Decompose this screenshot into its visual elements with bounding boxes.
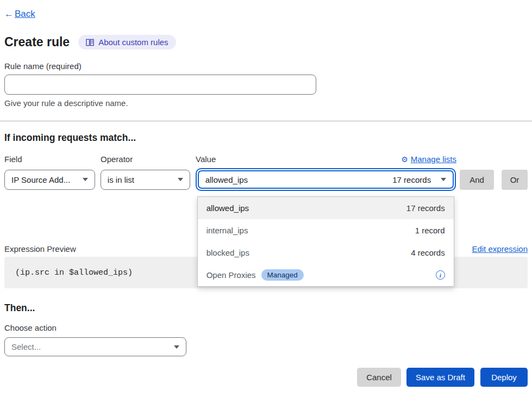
field-label: Field bbox=[4, 154, 101, 164]
list-item-allowed-ips[interactable]: allowed_ips 17 records bbox=[198, 197, 454, 219]
chevron-down-icon bbox=[174, 345, 179, 349]
list-item-records: 1 record bbox=[415, 226, 445, 235]
save-as-draft-button[interactable]: Save as Draft bbox=[406, 368, 474, 387]
action-select[interactable]: Select... bbox=[4, 337, 186, 356]
edit-expression-link[interactable]: Edit expression bbox=[472, 244, 528, 253]
choose-action-label: Choose action bbox=[4, 323, 528, 332]
cancel-button[interactable]: Cancel bbox=[357, 368, 401, 387]
value-select-records: 17 records bbox=[392, 175, 431, 184]
list-item-open-proxies[interactable]: Open Proxies Managed i bbox=[198, 264, 454, 286]
about-custom-rules-label: About custom rules bbox=[98, 38, 168, 47]
manage-lists-link[interactable]: ⚙ Manage lists bbox=[401, 154, 456, 164]
value-select-value: allowed_ips bbox=[205, 175, 248, 184]
expression-preview-label: Expression Preview bbox=[4, 244, 76, 253]
back-link[interactable]: ←Back bbox=[4, 9, 35, 19]
operator-select[interactable]: is in list bbox=[101, 170, 190, 190]
field-select-value: IP Source Add... bbox=[11, 175, 70, 184]
about-custom-rules-link[interactable]: About custom rules bbox=[78, 35, 176, 50]
value-select-focus-ring: allowed_ips 17 records bbox=[196, 168, 456, 191]
gear-icon: ⚙ bbox=[401, 156, 408, 163]
footer-actions: Cancel Save as Draft Deploy bbox=[4, 368, 528, 387]
chevron-down-icon bbox=[178, 178, 183, 181]
book-icon bbox=[86, 39, 94, 46]
or-button[interactable]: Or bbox=[502, 170, 528, 190]
chevron-down-icon bbox=[83, 178, 88, 181]
operator-label: Operator bbox=[101, 154, 196, 164]
list-item-records: 4 records bbox=[411, 248, 445, 257]
back-label: Back bbox=[15, 9, 35, 19]
list-item-name: Open Proxies bbox=[206, 270, 256, 280]
page-title: Create rule bbox=[4, 35, 70, 50]
action-select-placeholder: Select... bbox=[11, 342, 41, 351]
and-button[interactable]: And bbox=[460, 170, 494, 190]
rule-name-input[interactable] bbox=[4, 75, 316, 95]
condition-labels-row: Field Operator Value ⚙ Manage lists bbox=[4, 154, 528, 164]
then-section-heading: Then... bbox=[4, 302, 528, 314]
managed-badge: Managed bbox=[261, 269, 304, 281]
operator-select-value: is in list bbox=[108, 175, 134, 184]
expression-code: (ip.src in $allowed_ips) bbox=[15, 268, 133, 277]
value-select-wrapper: allowed_ips 17 records allowed_ips 17 re… bbox=[196, 168, 456, 191]
list-dropdown-menu: allowed_ips 17 records internal_ips 1 re… bbox=[197, 196, 454, 287]
deploy-button[interactable]: Deploy bbox=[480, 368, 528, 387]
create-rule-page: ←Back Create rule About custom rules Rul… bbox=[0, 9, 532, 387]
list-item-blocked-ips[interactable]: blocked_ips 4 records bbox=[198, 242, 454, 264]
rule-name-label: Rule name (required) bbox=[4, 61, 528, 71]
value-select[interactable]: allowed_ips 17 records bbox=[198, 170, 454, 189]
match-section-heading: If incoming requests match... bbox=[4, 132, 528, 144]
back-row: ←Back bbox=[4, 9, 528, 20]
chevron-down-icon bbox=[441, 178, 446, 181]
value-label: Value bbox=[196, 154, 216, 164]
list-item-name: internal_ips bbox=[206, 226, 248, 235]
info-icon[interactable]: i bbox=[436, 270, 445, 280]
list-item-records: 17 records bbox=[406, 203, 445, 213]
list-item-name: allowed_ips bbox=[206, 203, 249, 213]
section-divider bbox=[0, 121, 532, 121]
condition-controls-row: IP Source Add... is in list allowed_ips … bbox=[4, 168, 528, 191]
list-item-name: blocked_ips bbox=[206, 248, 249, 257]
list-item-internal-ips[interactable]: internal_ips 1 record bbox=[198, 219, 454, 242]
field-select[interactable]: IP Source Add... bbox=[4, 170, 95, 190]
title-row: Create rule About custom rules bbox=[4, 35, 528, 50]
rule-name-helper: Give your rule a descriptive name. bbox=[4, 98, 528, 108]
manage-lists-label: Manage lists bbox=[411, 154, 456, 164]
back-arrow-icon: ← bbox=[4, 9, 14, 19]
